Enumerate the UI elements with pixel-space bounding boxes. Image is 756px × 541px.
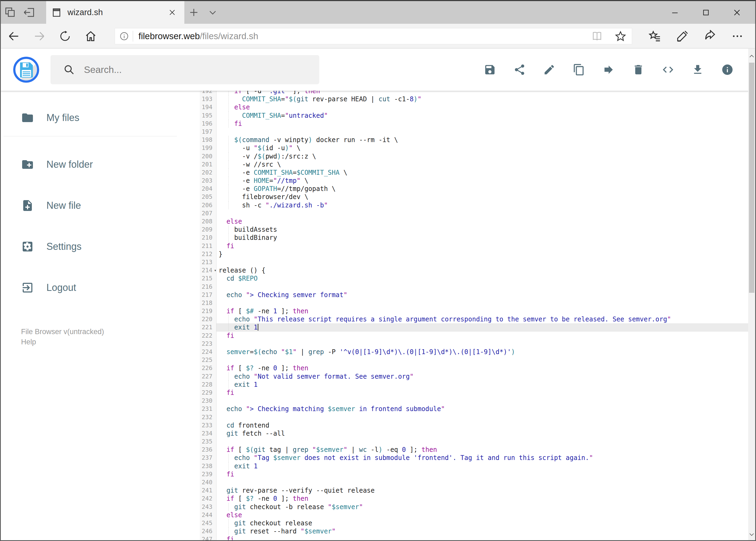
- code-line[interactable]: 243 git checkout -b release "$semver": [200, 503, 755, 511]
- code-line-text[interactable]: fi: [216, 332, 755, 340]
- sidebar-item-my-files[interactable]: My files: [1, 105, 200, 131]
- download-button[interactable]: [691, 64, 704, 76]
- code-line[interactable]: 244 else: [200, 511, 755, 519]
- code-line-text[interactable]: [216, 283, 755, 291]
- refresh-icon[interactable]: [52, 24, 78, 49]
- code-line[interactable]: 206 sh -c "./wizard.sh -b": [200, 201, 755, 209]
- url-text[interactable]: filebrowser.web/files/wizard.sh: [138, 31, 258, 41]
- code-line-text[interactable]: release () {: [216, 266, 755, 274]
- code-line[interactable]: 209 buildAssets: [200, 226, 755, 234]
- back-icon[interactable]: [1, 24, 26, 49]
- code-line[interactable]: 230: [200, 397, 755, 405]
- sidebar-item-new-folder[interactable]: New folder: [1, 152, 200, 178]
- code-line[interactable]: 208 else: [200, 218, 755, 226]
- code-line-text[interactable]: if [ $? -ne 0 ]; then: [216, 495, 755, 503]
- code-line-text[interactable]: buildAssets: [216, 226, 755, 234]
- scroll-up-icon[interactable]: [748, 51, 755, 62]
- code-line[interactable]: 234 git fetch --all: [200, 429, 755, 437]
- code-line-text[interactable]: git reset --hard "$semver": [216, 527, 755, 535]
- code-line-text[interactable]: [216, 478, 755, 486]
- info-button[interactable]: [721, 64, 734, 76]
- web-notes-pen-icon[interactable]: [672, 26, 692, 46]
- code-line[interactable]: 207: [200, 209, 755, 218]
- code-line[interactable]: 214▾release () {: [200, 266, 755, 274]
- code-line-text[interactable]: [216, 437, 755, 446]
- code-line[interactable]: 240: [200, 478, 755, 486]
- fold-marker-icon[interactable]: ▾: [213, 266, 216, 274]
- code-line[interactable]: 215 cd $REPO: [200, 274, 755, 282]
- reading-view-icon[interactable]: [591, 31, 603, 42]
- code-line[interactable]: 205 filebrowser/dev \: [200, 193, 755, 201]
- code-line-text[interactable]: semver=$(echo "$1" | grep -P '^v(0|[1-9]…: [216, 348, 755, 356]
- code-line[interactable]: 212}: [200, 250, 755, 258]
- code-line[interactable]: 217 echo "> Checking semver format": [200, 291, 755, 299]
- tab-list-chevron-icon[interactable]: [203, 1, 222, 24]
- code-line[interactable]: 224 semver=$(echo "$1" | grep -P '^v(0|[…: [200, 348, 755, 356]
- code-line-text[interactable]: [216, 340, 755, 348]
- maximize-button[interactable]: [690, 1, 721, 24]
- code-line-text[interactable]: else: [216, 218, 755, 226]
- forward-icon[interactable]: [26, 24, 52, 49]
- code-line[interactable]: 192 if [ -d ".git" ]; then: [200, 91, 755, 95]
- code-line[interactable]: 202 -e COMMIT_SHA=$COMMIT_SHA \: [200, 169, 755, 177]
- code-line-text[interactable]: [216, 413, 755, 421]
- code-line[interactable]: 223: [200, 340, 755, 348]
- code-line[interactable]: 233 cd frontend: [200, 421, 755, 429]
- site-info-icon[interactable]: [119, 31, 129, 41]
- code-line-text[interactable]: else: [216, 511, 755, 519]
- code-line-text[interactable]: COMMIT_SHA="untracked": [216, 112, 755, 120]
- new-tab-icon[interactable]: [184, 1, 203, 24]
- code-line[interactable]: 222 fi: [200, 332, 755, 340]
- code-line-text[interactable]: fi: [216, 120, 755, 128]
- code-line[interactable]: 242 if [ $? -ne 0 ]; then: [200, 495, 755, 503]
- code-line[interactable]: 229 fi: [200, 389, 755, 397]
- code-line[interactable]: 225: [200, 356, 755, 364]
- code-line[interactable]: 201 -w //src \: [200, 161, 755, 169]
- code-line[interactable]: 200 -v /$(pwd):/src:z \: [200, 152, 755, 161]
- code-line-text[interactable]: -u "$(id -u)" \: [216, 144, 755, 152]
- code-line-text[interactable]: }: [216, 250, 755, 258]
- code-line-text[interactable]: -v /$(pwd):/src:z \: [216, 152, 755, 161]
- help-link[interactable]: Help: [21, 337, 200, 347]
- code-line-text[interactable]: echo "This release script requires a sin…: [216, 315, 755, 323]
- code-line-text[interactable]: git checkout -b release "$semver": [216, 503, 755, 511]
- page-scrollbar[interactable]: [748, 49, 755, 541]
- code-line[interactable]: 221 exit 1: [200, 323, 755, 331]
- code-line-text[interactable]: -e COMMIT_SHA=$COMMIT_SHA \: [216, 169, 755, 177]
- minimize-button[interactable]: [659, 1, 690, 24]
- home-icon[interactable]: [78, 24, 104, 49]
- code-line-text[interactable]: echo "Tag $semver does not exist in subm…: [216, 454, 755, 462]
- url-bar[interactable]: filebrowser.web/files/wizard.sh: [115, 28, 632, 44]
- code-line[interactable]: 247 fi: [200, 535, 755, 541]
- more-options-icon[interactable]: [728, 26, 747, 46]
- sidebar-item-settings[interactable]: Settings: [1, 234, 200, 260]
- share-button[interactable]: [513, 64, 526, 76]
- code-line-text[interactable]: filebrowser/dev \: [216, 193, 755, 201]
- code-line[interactable]: 238 exit 1: [200, 462, 755, 470]
- code-line-text[interactable]: if [ $# -ne 1 ]; then: [216, 307, 755, 315]
- code-line-text[interactable]: exit 1: [216, 380, 755, 389]
- code-line[interactable]: 220 echo "This release script requires a…: [200, 315, 755, 323]
- source-button[interactable]: [662, 64, 674, 76]
- code-line-text[interactable]: [216, 128, 755, 136]
- code-line-text[interactable]: echo "> Checking semver format": [216, 291, 755, 299]
- code-line[interactable]: 211 fi: [200, 242, 755, 250]
- code-line[interactable]: 199 -u "$(id -u)" \: [200, 144, 755, 152]
- code-line-text[interactable]: cd $REPO: [216, 274, 755, 282]
- code-line[interactable]: 197: [200, 128, 755, 136]
- code-line-text[interactable]: -e HOME="//tmp" \: [216, 177, 755, 185]
- code-line[interactable]: 210 buildBinary: [200, 234, 755, 242]
- close-window-button[interactable]: [721, 1, 752, 24]
- code-line-text[interactable]: fi: [216, 470, 755, 478]
- tab-close-icon[interactable]: [166, 6, 178, 19]
- code-line-text[interactable]: fi: [216, 242, 755, 250]
- code-line-text[interactable]: echo "Not valid semver format. See semve…: [216, 372, 755, 380]
- code-line-text[interactable]: git fetch --all: [216, 429, 755, 437]
- scroll-down-icon[interactable]: [748, 529, 755, 540]
- code-line[interactable]: 237 echo "Tag $semver does not exist in …: [200, 454, 755, 462]
- sidebar-item-logout[interactable]: Logout: [1, 275, 200, 300]
- code-line[interactable]: 226 if [ $? -ne 0 ]; then: [200, 364, 755, 372]
- code-line[interactable]: 232: [200, 413, 755, 421]
- code-line-text[interactable]: fi: [216, 389, 755, 397]
- code-line-text[interactable]: echo "> Checking matching $semver in fro…: [216, 405, 755, 413]
